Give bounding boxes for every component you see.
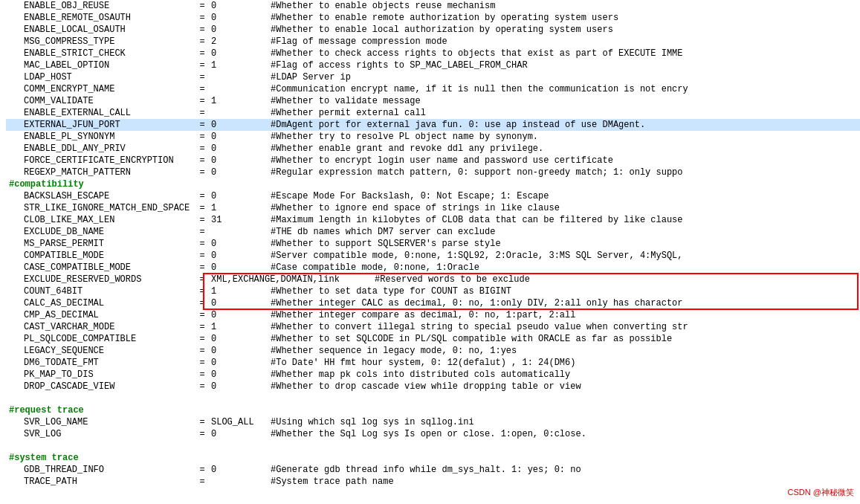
param-value: 0 (211, 155, 271, 167)
code-line: STR_LIKE_IGNORE_MATCH_END_SPACE=1#Whethe… (6, 202, 860, 214)
param-comment: #Whether to set SQLCODE in PL/SQL compat… (271, 333, 672, 345)
param-name: REGEXP_MATCH_PATTERN (9, 167, 193, 178)
param-name: ENABLE_STRICT_CHECK (9, 48, 193, 59)
code-line: ENABLE_PL_SYNONYM=0#Whether try to resol… (6, 131, 860, 143)
param-comment: #THE db names which DM7 server can exclu… (271, 226, 495, 238)
param-comment: #Whether map pk cols into distributed co… (271, 369, 570, 381)
param-value: 0 (211, 369, 271, 381)
param-comment: #Whether to check access rights to objec… (271, 48, 683, 59)
param-name: CALC_AS_DECIMAL (9, 297, 193, 309)
param-name: COMM_VALIDATE (9, 95, 193, 107)
watermark: CSDN @神秘微笑 (788, 487, 854, 498)
param-name: ENABLE_OBJ_REUSE (9, 0, 193, 12)
equals-sign: = (193, 238, 211, 250)
code-line: ENABLE_EXTERNAL_CALL=#Whether permit ext… (6, 107, 860, 119)
param-name: COMPATIBLE_MODE (9, 250, 193, 262)
param-name: ENABLE_EXTERNAL_CALL (9, 107, 193, 119)
param-comment: #Communication encrypt name, if it is nu… (271, 83, 688, 95)
param-value: 1 (211, 59, 271, 71)
param-name: DROP_CASCADE_VIEW (9, 381, 193, 392)
section-header: #request trace (9, 404, 84, 416)
code-line: ENABLE_STRICT_CHECK=0#Whether to check a… (6, 48, 860, 59)
equals-sign: = (193, 476, 211, 488)
param-comment: #Whether to convert illegal string to sp… (271, 321, 688, 333)
param-name: LDAP_HOST (9, 71, 193, 83)
equals-sign: = (193, 131, 211, 143)
param-name: BACKSLASH_ESCAPE (9, 190, 193, 202)
code-line: EXCLUDE_RESERVED_WORDS=XML,EXCHANGE,DOMA… (6, 274, 860, 285)
param-name: SVR_LOG (9, 428, 193, 440)
param-comment: #Whether to drop cascade view while drop… (271, 381, 581, 392)
param-comment: #Whether to support SQLSERVER's parse st… (271, 238, 501, 250)
param-comment: #Whether to enable local authorization b… (271, 24, 613, 36)
equals-sign: = (193, 309, 211, 321)
param-name: SVR_LOG_NAME (9, 416, 193, 428)
param-name: CMP_AS_DECIMAL (9, 309, 193, 321)
equals-sign: = (193, 226, 211, 238)
param-name: MSG_COMPRESS_TYPE (9, 36, 193, 48)
param-comment: #Whether permit external call (271, 107, 426, 119)
param-comment: #Maximum length in kilobytes of CLOB dat… (271, 214, 683, 226)
param-value: 0 (211, 297, 271, 309)
equals-sign: = (193, 274, 211, 285)
code-line: #compatibility (6, 178, 860, 190)
param-comment: #Using which sql log sys in sqllog.ini (271, 416, 474, 428)
param-comment: #Flag of access rights to SP_MAC_LABEL_F… (271, 59, 528, 71)
equals-sign: = (193, 464, 211, 476)
param-name: EXCLUDE_RESERVED_WORDS (9, 274, 193, 285)
param-name: FORCE_CERTIFICATE_ENCRYPTION (9, 155, 193, 167)
param-value: XML,EXCHANGE,DOMAIN,link (211, 274, 375, 285)
param-value: 0 (211, 167, 271, 178)
code-line: PK_MAP_TO_DIS=0#Whether map pk cols into… (6, 369, 860, 381)
param-value: 0 (211, 48, 271, 59)
param-value: 1 (211, 285, 271, 297)
equals-sign: = (193, 297, 211, 309)
param-name: TRACE_PATH (9, 476, 193, 488)
param-comment: #Whether to encrypt login user name and … (271, 155, 613, 167)
param-name: ENABLE_DDL_ANY_PRIV (9, 143, 193, 155)
param-value: 0 (211, 12, 271, 24)
equals-sign: = (193, 143, 211, 155)
param-value: 0 (211, 428, 271, 440)
param-comment: #Case compatible mode, 0:none, 1:Oracle (271, 262, 479, 274)
equals-sign: = (193, 119, 211, 131)
param-comment: #Whether to set data type for COUNT as B… (271, 285, 511, 297)
param-value: 1 (211, 95, 271, 107)
param-comment: #Whether enable grant and revoke ddl any… (271, 143, 543, 155)
param-comment: #Generate gdb thread info while dm_sys_h… (271, 464, 581, 476)
param-comment: #Flag of message compression mode (271, 36, 447, 48)
equals-sign: = (193, 107, 211, 119)
code-container: ENABLE_OBJ_REUSE=0#Whether to enable obj… (0, 0, 860, 504)
param-value: 0 (211, 24, 271, 36)
param-name: MS_PARSE_PERMIT (9, 238, 193, 250)
code-line: ENABLE_OBJ_REUSE=0#Whether to enable obj… (6, 0, 860, 12)
code-line: CASE_COMPATIBLE_MODE=0#Case compatible m… (6, 262, 860, 274)
equals-sign: = (193, 202, 211, 214)
param-name: LEGACY_SEQUENCE (9, 345, 193, 357)
param-name: DM6_TODATE_FMT (9, 357, 193, 369)
section-header: #system trace (9, 452, 79, 464)
code-line: PL_SQLCODE_COMPATIBLE=0#Whether to set S… (6, 333, 860, 345)
param-value: 0 (211, 143, 271, 155)
code-line: EXCLUDE_DB_NAME=#THE db names which DM7 … (6, 226, 860, 238)
code-line: ENABLE_LOCAL_OSAUTH=0#Whether to enable … (6, 24, 860, 36)
param-value: 0 (211, 0, 271, 12)
code-block: ENABLE_OBJ_REUSE=0#Whether to enable obj… (0, 0, 860, 488)
code-line: MSG_COMPRESS_TYPE=2#Flag of message comp… (6, 36, 860, 48)
param-comment: #DmAgent port for external java fun. 0: … (271, 119, 645, 131)
code-line: DM6_TODATE_FMT=0#To Date' HH fmt hour sy… (6, 357, 860, 369)
equals-sign: = (193, 59, 211, 71)
param-comment: #Whether to validate message (271, 95, 421, 107)
param-value: 31 (211, 214, 271, 226)
code-line: CALC_AS_DECIMAL=0#Whether integer CALC a… (6, 297, 860, 309)
code-line: LDAP_HOST=#LDAP Server ip (6, 71, 860, 83)
param-comment: #System trace path name (271, 476, 394, 488)
param-comment: #Reserved words to be exclude (375, 274, 530, 285)
code-line: LEGACY_SEQUENCE=0#Whether sequence in le… (6, 345, 860, 357)
param-value: 0 (211, 250, 271, 262)
equals-sign: = (193, 428, 211, 440)
param-value: 0 (211, 262, 271, 274)
param-comment: #Whether the Sql Log sys Is open or clos… (271, 428, 586, 440)
param-comment: #To Date' HH fmt hour system, 0: 12(defa… (271, 357, 575, 369)
param-value: 0 (211, 238, 271, 250)
